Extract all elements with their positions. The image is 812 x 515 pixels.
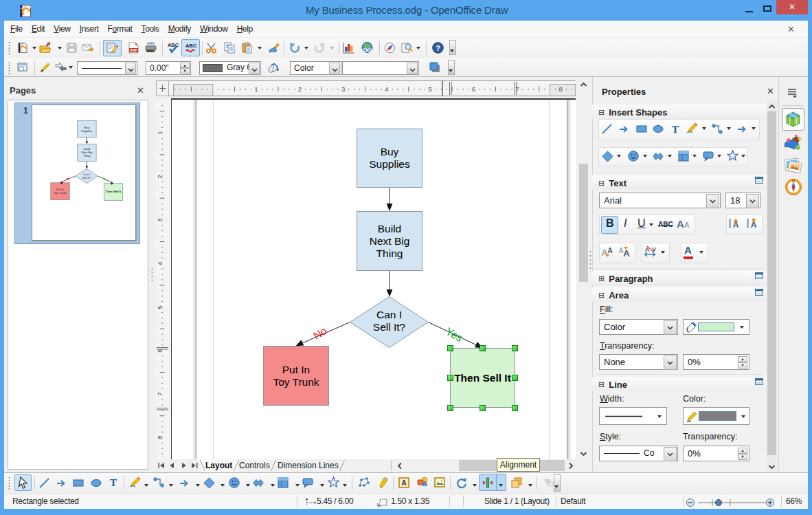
svg-text:Supplies: Supplies: [81, 129, 92, 133]
svg-text:A: A: [623, 248, 630, 259]
svg-text:Can I: Can I: [376, 309, 402, 320]
svg-text:7: 7: [156, 392, 163, 395]
svg-text:ABC: ABC: [185, 43, 197, 49]
svg-text:2: 2: [156, 175, 163, 178]
svg-text:4: 4: [385, 85, 388, 93]
svg-text:Then Sell It: Then Sell It: [106, 190, 122, 193]
svg-text:PDF: PDF: [131, 48, 137, 52]
svg-text:3: 3: [341, 85, 345, 93]
svg-text:Sell It?: Sell It?: [373, 321, 406, 333]
svg-text:6: 6: [472, 85, 475, 93]
svg-text:1: 1: [254, 85, 258, 93]
svg-text:5: 5: [156, 305, 163, 309]
svg-text:V: V: [652, 246, 656, 253]
svg-text:2: 2: [298, 85, 302, 93]
svg-text:?: ?: [436, 44, 440, 52]
svg-text:Toy Trunk: Toy Trunk: [54, 191, 67, 195]
svg-text:No: No: [311, 325, 329, 342]
svg-text:Sell It?: Sell It?: [82, 176, 91, 179]
svg-text:4: 4: [156, 261, 163, 265]
svg-text:7: 7: [515, 85, 519, 93]
svg-text:T: T: [110, 477, 117, 488]
svg-text:N: N: [792, 179, 795, 183]
svg-text:3: 3: [156, 218, 163, 221]
svg-text:1: 1: [156, 131, 163, 134]
svg-text:A: A: [607, 247, 612, 254]
svg-text:5: 5: [429, 85, 432, 93]
svg-text:A: A: [401, 479, 406, 487]
svg-text:Yes: Yes: [444, 325, 465, 344]
svg-text:8: 8: [559, 85, 562, 93]
svg-text:Thing: Thing: [83, 154, 91, 157]
svg-text:A: A: [645, 246, 650, 253]
svg-text:8: 8: [156, 435, 163, 439]
svg-text:T: T: [672, 124, 679, 135]
